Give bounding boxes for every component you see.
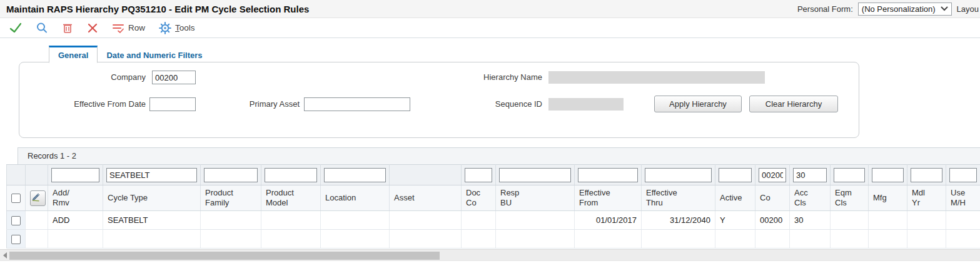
col-header-active: Active: [715, 185, 755, 211]
chevron-down-icon: [941, 6, 948, 11]
horizontal-scrollbar[interactable]: [0, 249, 980, 261]
col-header-mdl-yr: Mdl Yr: [907, 185, 946, 211]
row-select-checkbox[interactable]: [11, 235, 21, 244]
filter-product-model-input[interactable]: [265, 168, 317, 182]
col-header-product-family: Product Family: [201, 185, 261, 211]
trash-icon: [62, 22, 73, 34]
filter-add-rmv-input[interactable]: [51, 168, 99, 182]
cell-active: Y: [715, 211, 755, 230]
filter-use-mh-input[interactable]: [949, 168, 977, 182]
apply-hierarchy-button[interactable]: Apply Hierarchy: [654, 96, 742, 112]
cell-acc-cls: 30: [790, 211, 831, 230]
col-header-effective-from: Effective From: [575, 185, 642, 211]
pencil-icon: [31, 192, 41, 202]
check-icon: [9, 22, 22, 34]
table-row: [7, 230, 980, 249]
page-title: Maintain RAPS Hierarchy PQ351210 - Edit …: [6, 4, 309, 14]
col-header-add-rmv: Add/ Rmv: [48, 185, 103, 211]
scroll-left-arrow-icon[interactable]: [3, 252, 7, 259]
personal-form-value: (No Personalization): [862, 4, 936, 14]
col-header-doc-co: Doc Co: [462, 185, 496, 211]
col-header-product-model: Product Model: [261, 185, 321, 211]
filter-product-family-input[interactable]: [204, 168, 258, 182]
select-all-checkbox[interactable]: [11, 194, 21, 203]
col-header-use-mh: Use M/H: [946, 185, 980, 211]
cell-co: 00200: [755, 211, 790, 230]
filter-acc-cls-input[interactable]: [793, 168, 827, 182]
customize-grid-button[interactable]: [30, 190, 46, 206]
hierarchy-name-label: Hierarchy Name: [370, 71, 542, 84]
scrollbar-thumb[interactable]: [9, 252, 440, 260]
close-button[interactable]: [80, 18, 105, 38]
primary-asset-label: Primary Asset: [207, 97, 300, 111]
row-select-checkbox[interactable]: [11, 216, 21, 225]
col-header-acc-cls: Acc Cls: [790, 185, 831, 211]
col-header-co: Co: [755, 185, 790, 211]
col-header-resp-bu: Resp BU: [496, 185, 575, 211]
filter-resp-bu-input[interactable]: [499, 168, 571, 182]
sequence-id-field-disabled: [548, 98, 624, 111]
filter-effective-thru-input[interactable]: [645, 168, 712, 182]
title-bar-right: Personal Form: (No Personalization) Layo…: [797, 2, 979, 16]
company-input[interactable]: [152, 71, 196, 84]
grid-section: Records 1 - 2: [0, 147, 980, 261]
tab-bar: General Date and Numeric Filters: [49, 46, 211, 62]
tab-date-numeric-filters[interactable]: Date and Numeric Filters: [98, 46, 211, 62]
col-header-eqm-cls: Eqm Cls: [831, 185, 869, 211]
gear-icon: [159, 22, 171, 34]
filter-active-input[interactable]: [719, 168, 752, 182]
filter-co-input[interactable]: [759, 168, 786, 182]
tab-general[interactable]: General: [49, 46, 98, 63]
records-count-bar: Records 1 - 2: [18, 147, 980, 164]
general-form-panel: Company Hierarchy Name Effective From Da…: [19, 62, 859, 138]
close-x-icon: [87, 22, 98, 34]
cell-effective-from: 01/01/2017: [575, 211, 642, 230]
personal-form-select[interactable]: (No Personalization): [858, 2, 952, 16]
col-header-location: Location: [321, 185, 390, 211]
pm-cycle-rules-grid: Add/ Rmv Cycle Type Product Family Produ…: [6, 164, 980, 249]
table-row: ADD SEATBELT 01/01/2017 31/12/2040 Y 002…: [7, 211, 980, 230]
title-bar: Maintain RAPS Hierarchy PQ351210 - Edit …: [0, 0, 980, 18]
effective-from-date-label: Effective From Date: [19, 97, 146, 111]
grid-filter-row: [7, 165, 980, 185]
clear-hierarchy-button[interactable]: Clear Hierarchy: [749, 96, 838, 112]
filter-mdl-yr-input[interactable]: [911, 168, 942, 182]
filter-cycle-type-input[interactable]: [106, 168, 197, 182]
hierarchy-name-field-disabled: [548, 71, 765, 84]
row-menu-icon: [112, 22, 124, 34]
personal-form-label: Personal Form:: [797, 4, 853, 14]
grid-header-row: Add/ Rmv Cycle Type Product Family Produ…: [7, 185, 980, 211]
col-header-mfg: Mfg: [869, 185, 907, 211]
row-menu-label: Row: [128, 23, 145, 32]
col-header-cycle-type: Cycle Type: [103, 185, 201, 211]
search-icon: [36, 22, 48, 34]
col-header-asset: Asset: [390, 185, 462, 211]
filter-doc-co-input[interactable]: [465, 168, 492, 182]
company-label: Company: [19, 71, 146, 84]
filter-location-input[interactable]: [324, 168, 386, 182]
delete-button[interactable]: [55, 18, 80, 38]
cell-cycle-type: SEATBELT: [103, 211, 201, 230]
filter-eqm-cls-input[interactable]: [834, 168, 865, 182]
layout-label: Layou: [957, 4, 979, 14]
ok-button[interactable]: [3, 18, 29, 38]
effective-from-date-input[interactable]: [149, 97, 196, 111]
cell-add-rmv: ADD: [48, 211, 103, 230]
tools-menu-button[interactable]: Tools: [152, 18, 202, 38]
row-menu-button[interactable]: Row: [105, 18, 152, 38]
col-header-effective-thru: Effective Thru: [642, 185, 715, 211]
cell-effective-thru: 31/12/2040: [642, 211, 715, 230]
toolbar: Row Tools: [0, 18, 980, 38]
tools-menu-label: Tools: [175, 23, 195, 32]
filter-effective-from-input[interactable]: [578, 168, 638, 182]
filter-mfg-input[interactable]: [872, 168, 904, 182]
sequence-id-label: Sequence ID: [370, 97, 542, 111]
find-button[interactable]: [29, 18, 55, 38]
